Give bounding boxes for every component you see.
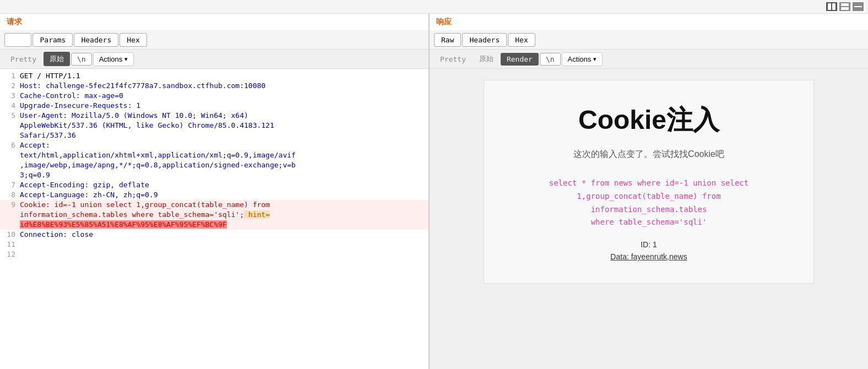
table-row: 4 Upgrade-Insecure-Requests: 1	[0, 101, 428, 111]
right-tab-bar: Raw Headers Hex	[430, 31, 868, 50]
subtab-pretty-right[interactable]: Pretty	[434, 53, 472, 66]
svg-rect-2	[841, 3, 849, 6]
actions-button-left[interactable]: Actions	[93, 52, 134, 66]
subtab-render[interactable]: Render	[501, 53, 539, 66]
render-subtitle: 这次的输入点变了。尝试找找Cookie吧	[517, 149, 780, 160]
right-panel-title: 响应	[430, 14, 868, 31]
subtab-raw-right[interactable]: 原始	[473, 52, 500, 66]
render-card: Cookie注入 这次的输入点变了。尝试找找Cookie吧 select * f…	[484, 80, 814, 284]
left-panel: 请求 Raw Params Headers Hex Pretty 原始 \n A…	[0, 14, 430, 369]
right-sub-tab-bar: Pretty 原始 Render \n Actions	[430, 50, 868, 69]
table-row: 10 Connection: close	[0, 230, 428, 240]
tab-hex-left[interactable]: Hex	[120, 33, 147, 47]
subtab-pretty-left[interactable]: Pretty	[4, 53, 42, 66]
svg-rect-3	[841, 7, 849, 10]
subtab-newline-left[interactable]: \n	[71, 53, 92, 66]
render-title: Cookie注入	[517, 102, 780, 138]
actions-button-right[interactable]: Actions	[562, 52, 603, 66]
render-area: Cookie注入 这次的输入点变了。尝试找找Cookie吧 select * f…	[430, 69, 868, 369]
table-row: 6 Accept: text/html,application/xhtml+xm…	[0, 140, 428, 180]
table-row: 1 GET / HTTP/1.1	[0, 71, 428, 81]
render-data: Data: fayeenrutk,news	[517, 252, 780, 261]
collapse-icon[interactable]	[853, 2, 864, 11]
subtab-newline-right[interactable]: \n	[540, 53, 561, 66]
svg-rect-4	[854, 6, 862, 7]
tab-params[interactable]: Params	[32, 33, 73, 47]
tab-headers-right[interactable]: Headers	[462, 33, 507, 47]
tab-hex-right[interactable]: Hex	[508, 33, 535, 47]
right-panel: 响应 Raw Headers Hex Pretty 原始 Render \n A…	[430, 14, 868, 369]
main-area: 请求 Raw Params Headers Hex Pretty 原始 \n A…	[0, 14, 868, 369]
table-row: 7 Accept-Encoding: gzip, deflate	[0, 180, 428, 190]
split-vertical-icon[interactable]	[826, 2, 837, 11]
left-tab-bar: Raw Params Headers Hex	[0, 31, 428, 50]
render-id: ID: 1	[517, 240, 780, 249]
table-row: 8 Accept-Language: zh-CN, zh;q=0.9	[0, 190, 428, 200]
render-sql: select * from news where id=-1 union sel…	[517, 177, 780, 229]
table-row: 9 Cookie: id=-1 union select 1,group_con…	[0, 200, 428, 230]
left-panel-title: 请求	[0, 14, 428, 31]
table-row: 5 User-Agent: Mozilla/5.0 (Windows NT 10…	[0, 111, 428, 140]
table-row: 11	[0, 240, 428, 249]
tab-raw-right[interactable]: Raw	[434, 33, 461, 47]
split-horizontal-icon[interactable]	[839, 2, 850, 11]
svg-rect-0	[828, 3, 831, 10]
view-icons	[826, 2, 864, 11]
left-sub-tab-bar: Pretty 原始 \n Actions	[0, 50, 428, 69]
table-row: 12	[0, 249, 428, 259]
tab-raw-left[interactable]: Raw	[4, 33, 31, 47]
subtab-raw-left[interactable]: 原始	[44, 52, 70, 66]
tab-headers-left[interactable]: Headers	[74, 33, 118, 47]
svg-rect-1	[832, 3, 836, 10]
table-row: 3 Cache-Control: max-age=0	[0, 91, 428, 101]
table-row: 2 Host: challenge-5fec21f4fc7778a7.sandb…	[0, 81, 428, 91]
left-code-area: 1 GET / HTTP/1.1 2 Host: challenge-5fec2…	[0, 69, 428, 369]
top-bar	[0, 0, 868, 14]
